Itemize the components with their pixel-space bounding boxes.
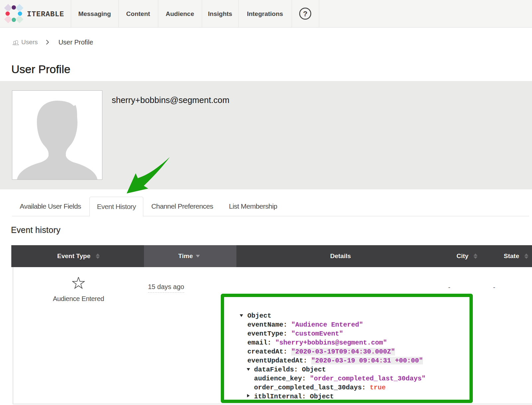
svg-text:?: ? (303, 10, 307, 18)
